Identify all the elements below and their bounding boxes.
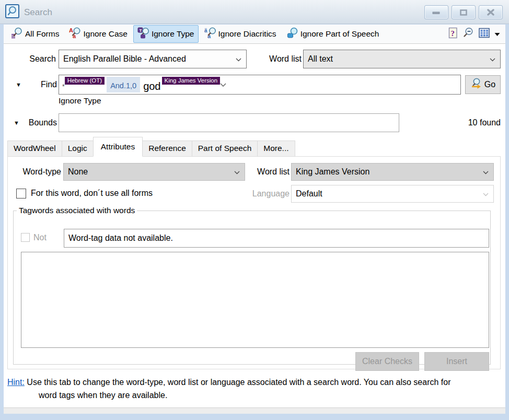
minimize-button[interactable] (424, 5, 448, 19)
search-toolbar: All Forms A a Ignore Case T (4, 25, 505, 44)
maximize-button[interactable] (452, 5, 476, 19)
clear-checks-button[interactable]: Clear Checks (355, 352, 419, 371)
language-tag-badge: Hebrew (OT) (65, 77, 105, 85)
svg-text:ä: ä (204, 28, 207, 33)
tab-more[interactable]: More... (257, 141, 295, 157)
wordtag-status-field[interactable] (64, 229, 489, 248)
chevron-down-icon[interactable] (220, 80, 226, 89)
tagwords-groupbox: Tagwords associated with words Not Clear… (13, 206, 491, 365)
ignore-case-icon: A a (69, 27, 80, 41)
wordlist-attr-label: Word list (238, 163, 290, 181)
go-button[interactable]: Go (465, 75, 501, 94)
tagwords-group-title: Tagwords associated with words (17, 206, 137, 215)
tab-part-of-speech[interactable]: Part of Speech (192, 141, 258, 157)
search-term: god (143, 80, 160, 92)
ignore-diacritics-icon: ä a (204, 27, 216, 41)
chevron-down-icon (483, 189, 489, 199)
tab-reference[interactable]: Reference (142, 141, 192, 157)
toolbar-label: All Forms (25, 29, 59, 39)
insert-button[interactable]: Insert (424, 352, 489, 371)
hint-text: Hint: Use this tab to change the word-ty… (7, 376, 453, 402)
find-status-text: Ignore Type (59, 96, 101, 106)
search-source-combobox[interactable]: English Parallel Bible - Advanced (59, 50, 247, 68)
bounds-collapse-arrow[interactable]: ▼ (14, 113, 19, 132)
toolbar-label: Ignore Type (152, 29, 194, 39)
all-forms-icon (11, 27, 22, 41)
go-search-icon (470, 78, 482, 91)
go-button-label: Go (484, 80, 495, 89)
bounds-label: Bounds (22, 113, 57, 132)
wordlist-attr-value: King James Version (296, 167, 369, 177)
hint-body: Use this tab to change the word-type, wo… (25, 378, 451, 400)
attributes-tab-panel: Word-type None Word list King James Vers… (7, 156, 501, 369)
results-count: 10 found (468, 113, 501, 132)
language-combobox[interactable]: Default (291, 185, 494, 203)
title-bar: Search (0, 0, 509, 24)
toolbar-item-all-forms[interactable]: All Forms (7, 25, 63, 43)
toolbar-label: Ignore Case (83, 29, 127, 39)
toolbar-item-ignore-part-of-speech[interactable]: Ignore Part of Speech (282, 25, 384, 43)
toolbar-dropdown-arrow-icon[interactable] (494, 29, 500, 39)
zoom-out-icon[interactable] (462, 27, 474, 41)
help-icon[interactable]: ? (448, 27, 458, 41)
not-checkbox[interactable] (21, 233, 30, 242)
find-combobox[interactable]: * Hebrew (OT) And.1,0 god King James Ver… (59, 75, 461, 95)
search-window-body: All Forms A a Ignore Case T (4, 25, 505, 414)
tab-strip: WordWheel Logic Attributes Reference Par… (7, 137, 295, 157)
wordtype-label: Word-type (8, 163, 61, 181)
version-tag-badge: King James Version (162, 77, 221, 85)
chevron-down-icon (483, 167, 489, 177)
svg-text:T: T (139, 28, 142, 33)
hint-link[interactable]: Hint: (7, 378, 25, 387)
search-source-value: English Parallel Bible - Advanced (63, 54, 186, 64)
tagwords-listbox[interactable] (21, 252, 489, 348)
wordtype-combobox[interactable]: None (63, 163, 245, 181)
toolbar-item-ignore-case[interactable]: A a Ignore Case (65, 25, 131, 43)
svg-text:?: ? (451, 29, 455, 38)
wordlist-top-combobox[interactable]: All text (303, 50, 501, 68)
toolbar-item-ignore-diacritics[interactable]: ä a Ignore Diacritics (200, 25, 281, 43)
wordlist-attr-combobox[interactable]: King James Version (291, 163, 494, 181)
not-checkbox-label: Not (33, 230, 47, 246)
wordlist-top-label: Word list (248, 50, 302, 68)
chevron-down-icon (490, 54, 495, 64)
search-source-label: Search (4, 50, 56, 68)
window-search-icon (5, 4, 19, 20)
wordlist-top-value: All text (308, 54, 333, 64)
footer-strip (4, 407, 505, 414)
wordtype-value: None (68, 167, 88, 177)
close-button[interactable] (479, 5, 503, 19)
find-collapse-arrow[interactable]: ▼ (16, 75, 21, 95)
toolbar-label: Ignore Diacritics (218, 29, 276, 39)
report-grid-icon[interactable] (479, 28, 490, 40)
window-title: Search (24, 7, 424, 18)
toolbar-label: Ignore Part of Speech (300, 29, 379, 39)
tab-wordwheel[interactable]: WordWheel (7, 141, 62, 157)
chevron-down-icon (236, 54, 241, 64)
all-forms-checkbox[interactable] (16, 189, 26, 199)
toolbar-item-ignore-type[interactable]: T Ignore Type (133, 25, 199, 43)
find-label: Find (25, 75, 57, 95)
ignore-type-icon: T (137, 27, 149, 41)
tab-logic[interactable]: Logic (62, 141, 94, 157)
tab-attributes[interactable]: Attributes (93, 137, 143, 157)
language-label: Language (238, 185, 290, 203)
ignore-part-of-speech-icon (286, 27, 298, 41)
language-value: Default (296, 189, 322, 199)
all-forms-checkbox-label: For this word, don´t use all forms (31, 185, 153, 202)
bounds-input[interactable] (59, 113, 399, 132)
operator-chip: And.1,0 (107, 77, 140, 92)
